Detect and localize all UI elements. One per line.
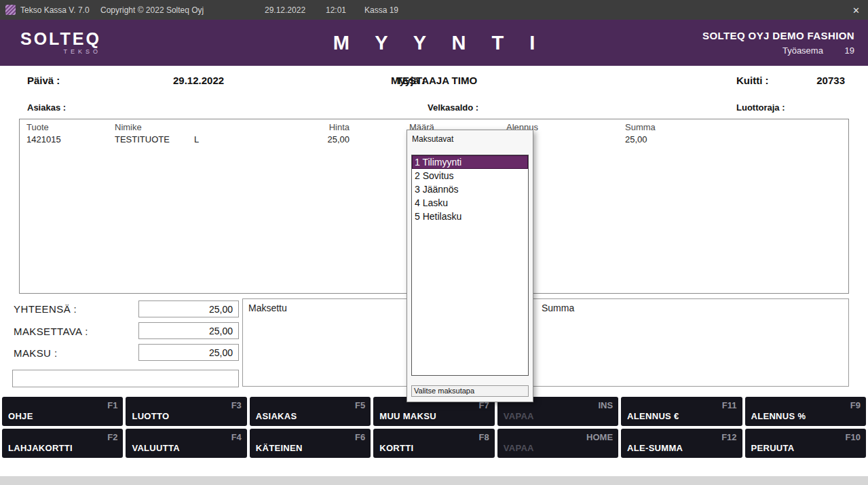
payment-value-box: 25,00 [138, 344, 239, 361]
f9-key-label: F9 [850, 400, 861, 410]
f12-key-label: F12 [721, 432, 736, 442]
workstation-label: Työasema [782, 45, 823, 56]
workstation-line: Työasema 19 [702, 45, 854, 56]
dialog-title: Maksutavat [412, 134, 453, 144]
payment-methods-dialog: Maksutavat 1 Tilimyynti 2 Sovitus 3 Jään… [407, 130, 533, 402]
col-header-hinta: Hinta [291, 122, 350, 132]
ale-summa-button[interactable]: ALE-SUMMA F12 [621, 429, 742, 458]
payable-value-box: 25,00 [138, 322, 239, 339]
workstation-value: 19 [845, 45, 854, 56]
col-header-nimike: Nimike [115, 122, 142, 132]
col-header-tuote: Tuote [26, 122, 49, 132]
cell-size: L [194, 134, 199, 144]
luotto-button[interactable]: LUOTTO F3 [126, 397, 246, 426]
payment-option-tilimyynti[interactable]: 1 Tilimyynti [412, 155, 528, 169]
cell-price: 25,00 [291, 134, 350, 144]
payable-label: MAKSETTAVA : [14, 326, 88, 337]
store-name: SOLTEQ OYJ DEMO FASHION [702, 30, 854, 41]
payment-option-jaannos[interactable]: 3 Jäännös [412, 182, 528, 196]
payments-table: Maksettu Summa [242, 298, 849, 387]
asiakas-button[interactable]: ASIAKAS F5 [250, 397, 371, 426]
bottom-strip [0, 476, 868, 485]
ohje-button[interactable]: OHJE F1 [2, 397, 123, 426]
customer-label: Asiakas : [27, 102, 66, 113]
f5-key-label: F5 [355, 400, 365, 410]
copyright-text: Copyright © 2022 Solteq Oyj [100, 5, 204, 15]
receipt-number: 20733 [816, 75, 845, 86]
titlebar-date: 29.12.2022 [265, 5, 305, 15]
kortti-button[interactable]: KORTTI F8 [373, 429, 494, 458]
alennus-percent-button[interactable]: ALENNUS % F9 [745, 397, 866, 426]
paid-column-header: Maksettu [248, 303, 287, 313]
lahjakortti-button[interactable]: LAHJAKORTTI F2 [2, 429, 123, 458]
store-info: SOLTEQ OYJ DEMO FASHION Työasema 19 [702, 30, 854, 56]
f11-key-label: F11 [722, 400, 737, 410]
alennus-euro-button[interactable]: ALENNUS € F11 [621, 397, 742, 426]
receipt-info-row: Päivä : 29.12.2022 Myyjä : TESTAAJA TIMO… [0, 75, 868, 92]
pos-window: Tekso Kassa V. 7.0 Copyright © 2022 Solt… [0, 0, 868, 485]
cell-sum: 25,00 [625, 134, 647, 144]
dialog-status-bar: Valitse maksutapa [411, 385, 529, 397]
peruuta-button[interactable]: PERUUTA F10 [745, 429, 866, 458]
function-button-row-2: LAHJAKORTTI F2 VALUUTTA F4 KÄTEINEN F6 K… [2, 429, 866, 458]
seller-group: Myyjä : TESTAAJA TIMO [391, 75, 477, 86]
credit-limit-label: Luottoraja : [736, 102, 785, 113]
payment-method-list[interactable]: 1 Tilimyynti 2 Sovitus 3 Jäännös 4 Lasku… [411, 155, 529, 376]
titlebar-register: Kassa 19 [364, 5, 398, 15]
cell-product-code: 1421015 [26, 134, 61, 144]
app-header: SOLTEQ TEKSO M Y Y N T I SOLTEQ OYJ DEMO… [0, 20, 868, 66]
titlebar: Tekso Kassa V. 7.0 Copyright © 2022 Solt… [0, 0, 868, 20]
customer-info-row: Asiakas : Velkasaldo : Luottoraja : [0, 102, 868, 115]
home-key-label: HOME [586, 432, 613, 442]
f10-key-label: F10 [846, 432, 861, 442]
debt-label: Velkasaldo : [428, 102, 478, 113]
payment-option-hetilasku[interactable]: 5 Hetilasku [412, 210, 528, 223]
ins-key-label: INS [598, 400, 613, 410]
vapaa-home-button: VAPAA HOME [497, 429, 618, 458]
payment-label: MAKSU : [14, 347, 57, 359]
date-label: Päivä : [27, 75, 60, 86]
f2-key-label: F2 [107, 432, 117, 442]
app-icon [5, 5, 16, 15]
sum-column-header: Summa [542, 303, 574, 313]
payment-option-sovitus[interactable]: 2 Sovitus [412, 169, 528, 182]
app-title: Tekso Kassa V. 7.0 [20, 5, 90, 15]
f8-key-label: F8 [479, 432, 489, 442]
date-value: 29.12.2022 [173, 75, 224, 86]
total-label: YHTEENSÄ : [14, 303, 77, 315]
titlebar-time: 12:01 [326, 5, 346, 15]
kateinen-button[interactable]: KÄTEINEN F6 [250, 429, 371, 458]
f4-key-label: F4 [231, 432, 242, 442]
f6-key-label: F6 [355, 432, 365, 442]
receipt-label: Kuitti : [736, 75, 768, 86]
f1-key-label: F1 [107, 400, 117, 410]
seller-label: Myyjä : [391, 75, 426, 86]
entry-field[interactable] [12, 370, 239, 387]
close-icon[interactable]: ✕ [852, 5, 860, 16]
payment-option-lasku[interactable]: 4 Lasku [412, 196, 528, 210]
col-header-summa: Summa [625, 122, 656, 132]
total-value-box: 25,00 [138, 300, 239, 317]
valuutta-button[interactable]: VALUUTTA F4 [126, 429, 246, 458]
f3-key-label: F3 [231, 400, 242, 410]
cell-product-name: TESTITUOTE [115, 134, 170, 144]
